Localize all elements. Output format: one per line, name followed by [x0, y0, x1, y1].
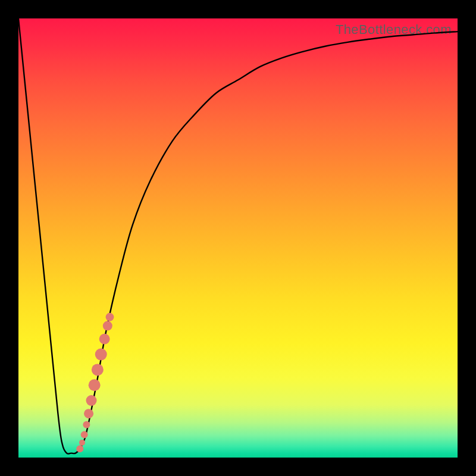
highlight-dot	[95, 349, 107, 361]
highlight-dot	[103, 321, 112, 331]
highlight-dot	[83, 421, 90, 428]
highlight-dot	[86, 395, 97, 406]
highlight-dot	[84, 409, 93, 418]
highlight-dot	[89, 379, 101, 391]
highlight-dot	[99, 334, 110, 345]
chart-plot-area: TheBottleneck.com	[18, 18, 458, 458]
highlight-dot	[106, 313, 114, 321]
highlight-dot	[81, 431, 88, 439]
highlight-dots-group	[76, 313, 114, 452]
highlight-dot	[76, 445, 83, 452]
bottleneck-curve-path	[18, 18, 458, 454]
chart-frame: TheBottleneck.com	[0, 0, 476, 476]
highlight-dot	[92, 364, 104, 375]
highlight-dot	[79, 440, 85, 446]
chart-svg	[18, 18, 458, 458]
